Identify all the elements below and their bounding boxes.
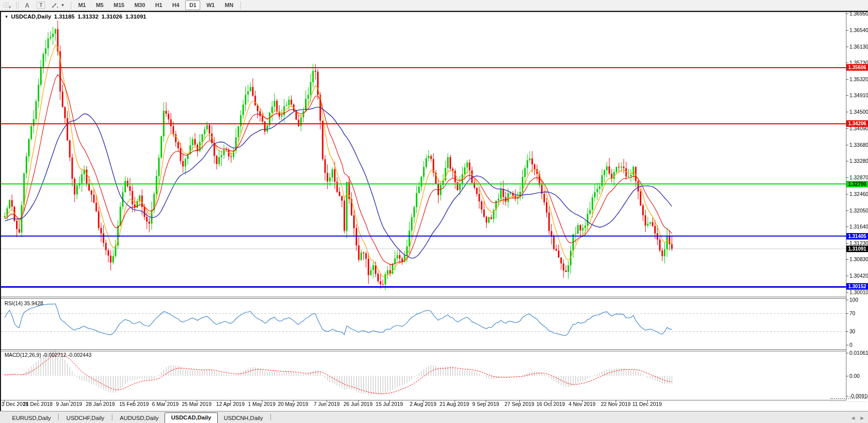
timeframe-button-h1[interactable]: H1	[151, 1, 166, 10]
timeframe-button-h4[interactable]: H4	[168, 1, 183, 10]
chevron-down-icon[interactable]: ▼	[61, 3, 65, 8]
timeframe-button-mn[interactable]: MN	[221, 1, 237, 10]
timeframe-toolbar: M1M5M15M30H1H4D1W1MN	[74, 1, 237, 10]
tab-divider	[112, 414, 112, 420]
chart-tab-audusd[interactable]: AUDUSD,Daily	[114, 413, 165, 423]
font-a-icon[interactable]: A	[22, 1, 33, 10]
chart-tab-usdcnh[interactable]: USDCNH,Daily	[218, 413, 269, 423]
grid-f-glyph: F	[3, 2, 12, 9]
chart-tab-bar: EURUSD,DailyUSDCHF,DailyAUDUSD,DailyUSDC…	[0, 411, 868, 423]
timeframe-button-m1[interactable]: M1	[74, 1, 90, 10]
timeframe-button-m5[interactable]: M5	[92, 1, 107, 10]
tab-scroll-left-icon[interactable]: ◀	[851, 415, 855, 420]
toolbar-grip	[16, 2, 19, 9]
timeframe-button-m30[interactable]: M30	[130, 1, 149, 10]
chart-window-border	[0, 11, 868, 12]
cursor-arrows-icon[interactable]	[49, 1, 60, 10]
chart-tab-usdcad[interactable]: USDCAD,Daily	[165, 412, 218, 423]
text-label-icon[interactable]: T	[37, 2, 45, 9]
cursor-arrows-glyph	[51, 2, 59, 9]
mt4-window: F A T ▼ M1M5M15M30H1H4D1W1MN ▼ USDCAD,Da…	[0, 0, 868, 423]
timeframe-button-d1[interactable]: D1	[185, 1, 200, 10]
svg-text:F: F	[9, 6, 12, 9]
tab-scroll-right-icon[interactable]: ▶	[860, 415, 864, 420]
timeframe-button-w1[interactable]: W1	[202, 1, 219, 10]
chart-tab-eurusd[interactable]: EURUSD,Daily	[6, 413, 57, 423]
timeframe-button-m15[interactable]: M15	[109, 1, 128, 10]
tab-divider	[270, 414, 271, 420]
tab-divider	[58, 414, 59, 420]
grid-f-icon[interactable]: F	[2, 1, 13, 10]
toolbar-separator	[240, 2, 241, 10]
tab-scroll-controls: ◀ ▶	[847, 415, 864, 420]
toolbar: F A T ▼ M1M5M15M30H1H4D1W1MN	[0, 0, 868, 11]
toolbar-separator	[71, 2, 71, 10]
chart-canvas[interactable]	[0, 12, 868, 411]
chart-tab-usdchf[interactable]: USDCHF,Daily	[60, 413, 110, 423]
